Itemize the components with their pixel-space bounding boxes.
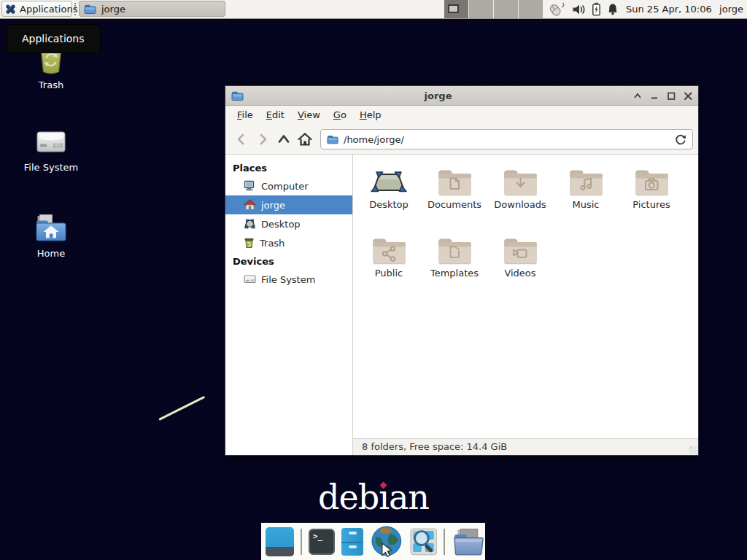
window-icon: [231, 90, 244, 101]
sidebar-item-label: Desktop: [261, 219, 301, 230]
workspace-2[interactable]: [469, 0, 494, 18]
workspace-window-thumbnail: [448, 4, 459, 13]
file-label: Pictures: [632, 199, 670, 210]
videos-folder-icon: [500, 233, 541, 267]
panel-drag-handle[interactable]: [74, 3, 78, 15]
file-icon-public[interactable]: Public: [356, 233, 422, 302]
file-manager-window: jorge File Edit View Go Help: [225, 85, 699, 456]
workspace-switcher[interactable]: [444, 0, 543, 18]
taskbar-window-label: jorge: [101, 4, 125, 15]
file-icon-music[interactable]: Music: [553, 165, 619, 233]
sidebar-item-trash[interactable]: Trash: [225, 233, 352, 252]
application-finder-launcher[interactable]: [410, 528, 438, 556]
file-label: Public: [375, 268, 403, 279]
pictures-folder-icon: [631, 165, 672, 198]
documents-folder-icon: [434, 165, 475, 198]
web-browser-launcher[interactable]: [370, 525, 403, 559]
file-icon-downloads[interactable]: Downloads: [487, 165, 553, 233]
close-button[interactable]: [683, 90, 692, 101]
file-icon-desktop[interactable]: Desktop: [356, 165, 422, 233]
applications-menu-button[interactable]: Applications: [1, 1, 72, 17]
panel-user-label[interactable]: jorge: [719, 0, 743, 18]
file-icon-documents[interactable]: Documents: [422, 165, 487, 233]
sidebar: Places Computer jorge: [225, 155, 353, 455]
home-icon: [244, 199, 256, 211]
desktop-icon-label: Trash: [39, 79, 63, 90]
sidebar-item-filesystem[interactable]: File System: [225, 270, 352, 289]
sidebar-item-jorge[interactable]: jorge: [225, 195, 352, 214]
mouse-icon[interactable]: [548, 1, 566, 17]
terminal-launcher[interactable]: >_: [309, 529, 335, 555]
window-folder-icon: [84, 4, 96, 14]
panel-clock[interactable]: Sun 25 Apr, 10:06: [626, 0, 712, 18]
workspace-4[interactable]: [519, 0, 543, 18]
debian-logo-text: deb: [318, 478, 379, 517]
file-cabinet-launcher[interactable]: [341, 528, 363, 556]
menu-go[interactable]: Go: [327, 106, 353, 125]
debian-logo: debıan: [0, 478, 747, 517]
desktop-icon-filesystem[interactable]: File System: [13, 128, 89, 173]
music-folder-icon: [565, 165, 606, 198]
window-titlebar[interactable]: jorge: [225, 86, 698, 106]
cabinet-drawer: [341, 528, 363, 543]
file-icon-videos[interactable]: Videos: [487, 233, 553, 302]
file-label: Downloads: [494, 199, 546, 210]
file-label: Documents: [427, 199, 481, 210]
desktop-icon-label: Home: [37, 248, 65, 259]
downloads-folder-icon: [500, 165, 541, 198]
forward-button[interactable]: [252, 129, 273, 150]
desktop-icon-label: File System: [24, 162, 78, 173]
file-manager-launcher[interactable]: [452, 527, 485, 556]
battery-icon[interactable]: [592, 2, 601, 16]
file-icon-templates[interactable]: Templates: [422, 233, 487, 302]
reload-button[interactable]: [675, 133, 686, 145]
up-button[interactable]: [273, 129, 294, 150]
maximize-button[interactable]: [666, 90, 676, 101]
workspace-1[interactable]: [444, 0, 469, 18]
statusbar: 8 folders, Free space: 14.4 GiB: [353, 438, 698, 455]
volume-icon[interactable]: [572, 4, 586, 15]
sidebar-item-label: Computer: [261, 181, 309, 192]
sidebar-item-label: jorge: [261, 200, 285, 211]
sidebar-item-desktop[interactable]: Desktop: [225, 214, 352, 233]
menubar: File Edit View Go Help: [225, 106, 698, 125]
file-label: Templates: [430, 268, 479, 279]
address-path[interactable]: /home/jorge/: [344, 134, 404, 145]
address-folder-icon: [327, 134, 338, 144]
file-label: Videos: [504, 268, 535, 279]
terminal-icon: >_: [313, 532, 322, 541]
show-desktop-icon-base: [266, 547, 294, 556]
file-label: Desktop: [369, 199, 409, 210]
taskbar-window-button[interactable]: jorge: [79, 1, 225, 17]
notification-bell-icon[interactable]: [607, 3, 619, 15]
applications-menu-icon: [5, 4, 16, 15]
dock-separator: [444, 529, 445, 555]
resize-grip[interactable]: [689, 446, 697, 454]
templates-folder-icon: [434, 233, 475, 267]
back-button[interactable]: [231, 129, 252, 150]
applications-menu-label: Applications: [20, 4, 77, 15]
sidebar-item-label: Trash: [260, 238, 285, 249]
menu-file[interactable]: File: [231, 106, 260, 125]
desktop-icon-home[interactable]: Home: [13, 214, 89, 259]
show-desktop-launcher[interactable]: [266, 527, 294, 556]
home-folder-icon: [34, 214, 68, 243]
minimize-button[interactable]: [649, 90, 659, 101]
workspace-3[interactable]: [494, 0, 519, 18]
home-button[interactable]: [294, 129, 315, 150]
sidebar-item-computer[interactable]: Computer: [225, 176, 352, 195]
file-icon-view[interactable]: Desktop Documents Downloads: [353, 155, 698, 438]
address-bar[interactable]: /home/jorge/: [320, 129, 693, 149]
menu-view[interactable]: View: [291, 106, 327, 125]
status-text: 8 folders, Free space: 14.4 GiB: [362, 441, 507, 452]
public-folder-icon: [368, 233, 409, 267]
desktop-icon: [244, 218, 256, 230]
menu-help[interactable]: Help: [353, 106, 388, 125]
file-label: Music: [573, 199, 600, 210]
menu-edit[interactable]: Edit: [260, 106, 291, 125]
file-icon-pictures[interactable]: Pictures: [619, 165, 684, 233]
shade-button[interactable]: [632, 90, 642, 101]
sidebar-header-devices: Devices: [225, 252, 352, 270]
dock-separator: [301, 529, 302, 555]
trash-small-icon: [244, 237, 255, 249]
